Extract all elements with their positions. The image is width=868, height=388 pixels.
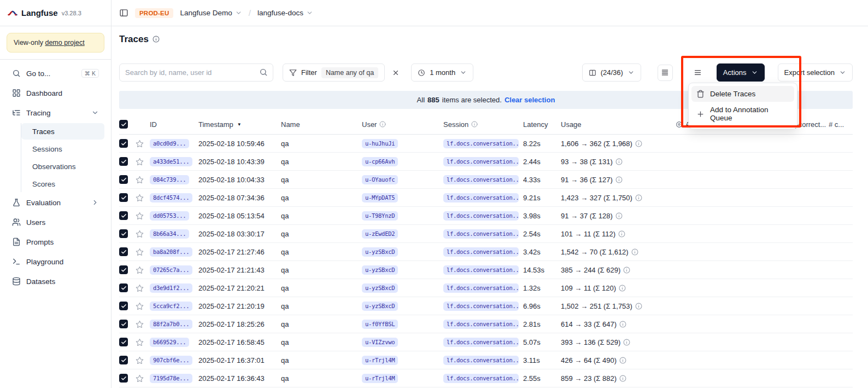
info-icon[interactable] [619, 375, 626, 382]
table-row[interactable]: 07265c7a... 2025-02-17 21:21:43 qa u-yzS… [119, 261, 853, 279]
session-badge[interactable]: lf.docs.conversation... [443, 374, 519, 383]
trace-id-badge[interactable]: d3e9d1f2... [150, 283, 192, 293]
info-icon[interactable] [635, 194, 642, 201]
bookmark-star-icon[interactable] [136, 212, 144, 220]
user-badge[interactable]: u-yzSBxcD [362, 247, 398, 257]
bookmark-star-icon[interactable] [136, 374, 144, 383]
user-badge[interactable]: u-yzSBxcD [362, 302, 398, 311]
session-badge[interactable]: lf.docs.conversation... [443, 211, 519, 221]
menu-item-add-to-annotation-queue[interactable]: Add to Annotation Queue [691, 102, 794, 126]
sidebar-item-tracing[interactable]: Tracing [7, 103, 104, 122]
header-latency[interactable]: Latency [523, 120, 561, 129]
row-checkbox[interactable] [119, 247, 128, 256]
user-badge[interactable]: u-rTrjl4M [362, 356, 398, 365]
table-row[interactable]: 8dcf4574... 2025-02-18 07:34:36 qa u-MYp… [119, 189, 853, 207]
user-badge[interactable]: u-zEwdED2 [362, 229, 398, 239]
info-icon[interactable] [623, 339, 630, 346]
bookmark-star-icon[interactable] [136, 284, 144, 292]
header-score-c[interactable]: # c... [829, 120, 853, 129]
row-checkbox[interactable] [119, 374, 128, 383]
header-id[interactable]: ID [150, 120, 198, 129]
columns-button[interactable]: (24/36) [582, 63, 641, 82]
clear-filter-icon[interactable] [388, 63, 403, 82]
trace-id-badge[interactable]: 8b66a34... [150, 229, 189, 239]
export-selection-button[interactable]: Export selection [778, 63, 853, 82]
trace-id-badge[interactable]: a433de51... [150, 157, 192, 166]
info-icon[interactable] [619, 321, 626, 328]
row-checkbox[interactable] [119, 302, 128, 310]
table-row[interactable]: d3e9d1f2... 2025-02-17 21:20:21 qa u-yzS… [119, 279, 853, 297]
demo-project-link[interactable]: demo project [45, 39, 84, 47]
row-checkbox[interactable] [119, 265, 128, 274]
info-icon[interactable] [623, 267, 630, 274]
bookmark-star-icon[interactable] [136, 140, 144, 148]
header-usage[interactable]: Usage [561, 120, 676, 129]
sidebar-item-goto[interactable]: Go to... ⌘ K [7, 64, 104, 83]
bookmark-star-icon[interactable] [136, 194, 144, 202]
row-checkbox[interactable] [119, 157, 128, 166]
row-checkbox[interactable] [119, 193, 128, 202]
table-row[interactable]: 7195d78e... 2025-02-17 16:36:43 qa u-rTr… [119, 369, 853, 387]
trace-id-badge[interactable]: 907cbf6e... [150, 356, 192, 365]
row-checkbox[interactable] [119, 338, 128, 346]
sidebar-item-evaluation[interactable]: Evaluation [7, 193, 104, 212]
info-icon[interactable] [615, 158, 623, 165]
header-session[interactable]: Session [443, 120, 523, 129]
trace-id-badge[interactable]: a0cd0d9... [150, 139, 189, 148]
clear-selection-link[interactable]: Clear selection [505, 96, 555, 104]
row-checkbox[interactable] [119, 356, 128, 364]
row-height-relaxed-button[interactable] [690, 65, 706, 81]
user-badge[interactable]: u-yzSBxcD [362, 283, 398, 293]
trace-id-badge[interactable]: b669529... [150, 338, 189, 347]
header-user[interactable]: User [362, 120, 443, 129]
bookmark-star-icon[interactable] [136, 176, 144, 184]
sidebar-item-datasets[interactable]: Datasets [7, 272, 104, 291]
session-badge[interactable]: lf.docs.conversation... [443, 265, 519, 275]
trace-id-badge[interactable]: 7195d78e... [150, 374, 192, 383]
search-input[interactable] [119, 63, 273, 82]
user-badge[interactable]: u-huJhuJi [362, 139, 398, 148]
session-badge[interactable]: lf.docs.conversation... [443, 247, 519, 257]
bookmark-star-icon[interactable] [136, 356, 144, 364]
trace-id-badge[interactable]: 5cca9cf2... [150, 302, 192, 311]
table-row[interactable]: 8b66a34... 2025-02-18 03:30:17 qa u-zEwd… [119, 225, 853, 243]
bookmark-star-icon[interactable] [136, 266, 144, 274]
bookmark-star-icon[interactable] [136, 338, 144, 346]
row-checkbox[interactable] [119, 139, 128, 148]
breadcrumb-organization[interactable]: Langfuse Demo [180, 9, 242, 17]
trace-id-badge[interactable]: ba8a208f... [150, 247, 192, 257]
info-icon[interactable] [619, 357, 626, 364]
user-badge[interactable]: u-MYpDAT5 [362, 193, 398, 202]
user-badge[interactable]: u-T98YnzD [362, 211, 398, 221]
sidebar-item-sessions[interactable]: Sessions [21, 141, 104, 157]
sidebar-item-observations[interactable]: Observations [21, 158, 104, 175]
sidebar-item-prompts[interactable]: Prompts [7, 233, 104, 251]
bookmark-star-icon[interactable] [136, 320, 144, 328]
table-row[interactable]: 907cbf6e... 2025-02-17 16:37:01 qa u-rTr… [119, 351, 853, 369]
trace-id-badge[interactable]: dd05753... [150, 211, 189, 221]
info-icon[interactable] [615, 176, 623, 183]
session-badge[interactable]: lf.docs.conversation... [443, 157, 519, 166]
session-badge[interactable]: lf.docs.conversation... [443, 320, 519, 329]
info-icon[interactable] [615, 212, 623, 219]
session-badge[interactable]: lf.docs.conversation... [443, 175, 519, 184]
table-row[interactable]: ba8a208f... 2025-02-17 21:27:46 qa u-yzS… [119, 243, 853, 261]
time-range-button[interactable]: 1 month [411, 63, 473, 82]
header-name[interactable]: Name [281, 120, 362, 129]
info-icon[interactable] [631, 248, 638, 256]
table-row[interactable]: b669529... 2025-02-17 16:58:45 qa u-VIZz… [119, 333, 853, 351]
row-checkbox[interactable] [119, 211, 128, 220]
session-badge[interactable]: lf.docs.conversation... [443, 356, 519, 365]
row-checkbox[interactable] [119, 175, 128, 184]
table-row[interactable]: 88f2a7b0... 2025-02-17 18:25:26 qa u-f0Y… [119, 315, 853, 333]
user-badge[interactable]: u-cp66Avh [362, 157, 398, 166]
filter-button[interactable]: Filter Name any of qa [283, 63, 385, 82]
trace-id-badge[interactable]: 07265c7a... [150, 265, 192, 275]
sidebar-item-scores[interactable]: Scores [21, 176, 104, 192]
row-checkbox[interactable] [119, 320, 128, 328]
session-badge[interactable]: lf.docs.conversation... [443, 283, 519, 293]
menu-item-delete-traces[interactable]: Delete Traces [691, 86, 794, 102]
table-row[interactable]: 084c739... 2025-02-18 10:04:33 qa u-OYau… [119, 171, 853, 189]
info-icon[interactable] [635, 303, 642, 310]
header-score-correctness[interactable]: (-correct... [794, 120, 829, 129]
